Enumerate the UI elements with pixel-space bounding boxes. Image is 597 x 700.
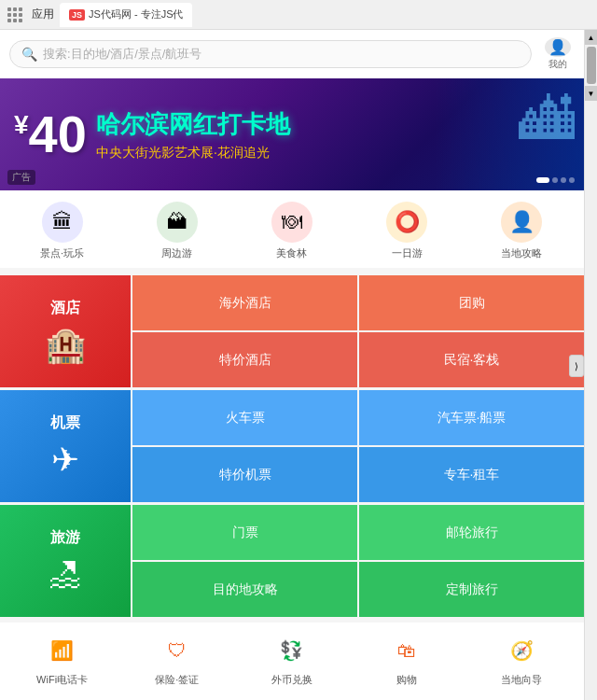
free-travel-icon: 🎫 (44, 696, 81, 700)
food-label: 美食林 (276, 246, 307, 260)
hotel-cell-bnb[interactable]: 民宿·客栈 (359, 332, 584, 387)
service-grid: 酒店 🏨 海外酒店 团购 特价酒店 民宿·客栈 机票 ✈ 火车票 汽车票·船票 … (0, 275, 584, 617)
hotel-right: 海外酒店 团购 特价酒店 民宿·客栈 (132, 275, 584, 387)
local-guide-label: 当地向导 (501, 673, 542, 687)
banner-text: 哈尔滨网红打卡地 中央大街光影艺术展·花润追光 (96, 108, 290, 161)
icon-credit[interactable]: 💳 信用卡 (379, 696, 435, 700)
search-icon: 🔍 (21, 47, 37, 62)
flight-cell-car[interactable]: 专车·租车 (359, 447, 584, 502)
scroll-thumb[interactable] (587, 47, 596, 84)
icon-overseas[interactable]: 🗼 境外玩乐 (149, 696, 205, 700)
nearby-label: 周边游 (161, 246, 192, 260)
icon-insurance[interactable]: 🛡 保险·签证 (149, 632, 205, 687)
scroll-up[interactable]: ▲ (585, 30, 598, 45)
scenic-icon: 🏛 (42, 202, 83, 243)
category-food[interactable]: 🍽 美食林 (264, 202, 320, 260)
category-scenic[interactable]: 🏛 景点·玩乐 (35, 202, 90, 260)
guide-icon: 👤 (501, 202, 542, 243)
category-guide[interactable]: 👤 当地攻略 (493, 202, 549, 260)
icon-local-guide[interactable]: 🧭 当地向导 (493, 632, 549, 687)
banner-yen: ¥ (14, 110, 29, 139)
banner-subtitle: 中央大街光影艺术展·花润追光 (96, 145, 290, 161)
bottom-icons: 📶 WiFi电话卡 🛡 保险·签证 💱 外币兑换 🛍 购物 🧭 当地向导 (0, 623, 584, 700)
search-input-wrap[interactable]: 🔍 搜索:目的地/酒店/景点/航班号 (9, 40, 532, 68)
avatar-circle: 👤 (545, 37, 571, 57)
guide-label: 当地攻略 (501, 246, 542, 260)
currency-icon: 💱 (273, 632, 311, 669)
gift-icon: 🎁 (273, 696, 311, 700)
more-icon: ✦ (503, 696, 540, 700)
daytrip-icon: ⭕ (386, 202, 427, 243)
banner-ad-tag: 广告 (7, 170, 35, 185)
daytrip-label: 一日游 (392, 246, 423, 260)
hotel-section: 酒店 🏨 海外酒店 团购 特价酒店 民宿·客栈 (0, 275, 584, 387)
bottom-icons-row1: 📶 WiFi电话卡 🛡 保险·签证 💱 外币兑换 🛍 购物 🧭 当地向导 (5, 632, 579, 687)
travel-cell-custom[interactable]: 定制旅行 (359, 562, 584, 617)
wifi-icon: 📶 (44, 632, 81, 669)
user-avatar[interactable]: 👤 我的 (541, 37, 575, 71)
food-icon: 🍽 (271, 202, 312, 243)
search-placeholder: 搜索:目的地/酒店/景点/航班号 (43, 46, 201, 63)
travel-left[interactable]: 旅游 🏖 (0, 505, 131, 617)
browser-bar: 应用 JS JS代码网 - 专注JS代 (0, 0, 597, 30)
icon-free-travel[interactable]: 🎫 自由行 (35, 696, 90, 700)
category-nearby[interactable]: 🏔 周边游 (149, 202, 205, 260)
scenic-label: 景点·玩乐 (40, 246, 84, 260)
search-bar: 🔍 搜索:目的地/酒店/景点/航班号 👤 我的 (0, 30, 584, 78)
user-label: 我的 (548, 58, 567, 71)
flight-left[interactable]: 机票 ✈ (0, 390, 131, 502)
shopping-label: 购物 (396, 673, 417, 687)
apps-grid-icon[interactable] (7, 7, 22, 22)
hotel-cell-group[interactable]: 团购 (359, 275, 584, 330)
wifi-label: WiFi电话卡 (36, 673, 88, 687)
travel-cell-guide[interactable]: 目的地攻略 (132, 562, 357, 617)
hotel-cell-overseas[interactable]: 海外酒店 (132, 275, 357, 330)
category-row: 🏛 景点·玩乐 🏔 周边游 🍽 美食林 ⭕ 一日游 👤 当地攻略 (0, 190, 584, 268)
scrollbar: ▲ ▼ (584, 30, 597, 700)
banner-price: ¥40 (14, 108, 87, 161)
flight-label: 机票 (50, 413, 80, 433)
banner-dot-4 (569, 177, 575, 183)
hotel-building-icon: 🏨 (45, 326, 87, 365)
icon-wifi[interactable]: 📶 WiFi电话卡 (35, 632, 90, 687)
insurance-icon: 🛡 (159, 632, 196, 669)
flight-cell-cheap[interactable]: 特价机票 (132, 447, 357, 502)
travel-icon: 🏖 (49, 555, 82, 595)
flight-cell-train[interactable]: 火车票 (132, 390, 357, 445)
flight-section: 机票 ✈ 火车票 汽车票·船票 特价机票 专车·租车 (0, 390, 584, 502)
hotel-left[interactable]: 酒店 🏨 (0, 275, 131, 387)
scroll-down[interactable]: ▼ (585, 86, 598, 101)
shopping-icon: 🛍 (388, 632, 425, 669)
icon-currency[interactable]: 💱 外币兑换 (264, 632, 320, 687)
overseas-icon: 🗼 (159, 696, 196, 700)
icon-shopping[interactable]: 🛍 购物 (379, 632, 435, 687)
travel-cell-ticket[interactable]: 门票 (132, 505, 357, 560)
flight-cell-bus[interactable]: 汽车票·船票 (359, 390, 584, 445)
hotel-cell-cheap[interactable]: 特价酒店 (132, 332, 357, 387)
hotel-label: 酒店 (50, 299, 80, 318)
flight-right: 火车票 汽车票·船票 特价机票 专车·租车 (132, 390, 584, 502)
bottom-icons-row2: 🎫 自由行 🗼 境外玩乐 🎁 礼品卡 💳 信用卡 ✦ 更多 (5, 696, 579, 700)
icon-more[interactable]: ✦ 更多 (493, 696, 549, 700)
scrollbar-expand[interactable]: ⟩ (569, 355, 584, 377)
travel-section: 旅游 🏖 门票 邮轮旅行 目的地攻略 定制旅行 (0, 505, 584, 617)
browser-tab[interactable]: JS JS代码网 - 专注JS代 (60, 3, 192, 27)
banner-dot-2 (552, 177, 558, 183)
insurance-label: 保险·签证 (155, 673, 199, 687)
flight-icon: ✈ (51, 441, 79, 480)
banner-title: 哈尔滨网红打卡地 (96, 108, 290, 141)
banner-dots (536, 177, 575, 183)
travel-label: 旅游 (50, 528, 80, 548)
travel-cell-cruise[interactable]: 邮轮旅行 (359, 505, 584, 560)
banner-dot-3 (561, 177, 566, 183)
credit-icon: 💳 (388, 696, 425, 700)
local-guide-icon: 🧭 (503, 632, 540, 669)
nearby-icon: 🏔 (157, 202, 198, 243)
tab-label: JS代码网 - 专注JS代 (89, 7, 183, 21)
apps-label: 应用 (32, 7, 54, 22)
category-daytrip[interactable]: ⭕ 一日游 (379, 202, 435, 260)
js-badge: JS (69, 9, 85, 21)
banner[interactable]: ¥40 哈尔滨网红打卡地 中央大街光影艺术展·花润追光 🏙 广告 (0, 78, 584, 190)
travel-right: 门票 邮轮旅行 目的地攻略 定制旅行 (132, 505, 584, 617)
icon-gift[interactable]: 🎁 礼品卡 (264, 696, 320, 700)
